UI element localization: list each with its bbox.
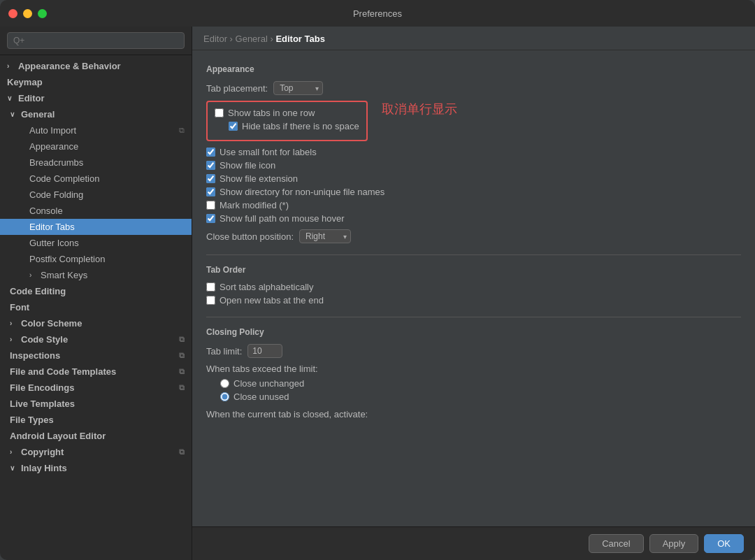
sidebar-item-label: Breadcrumbs xyxy=(29,157,83,168)
sidebar-item-code-completion[interactable]: Code Completion xyxy=(0,171,192,187)
window-controls xyxy=(8,9,47,18)
new-end-row: Open new tabs at the end xyxy=(206,295,741,306)
file-extension-checkbox[interactable] xyxy=(206,174,215,183)
full-path-row: Show full path on mouse hover xyxy=(206,213,741,224)
sidebar-item-label: Code Editing xyxy=(10,286,66,296)
sidebar-item-appearance-behavior[interactable]: › Appearance & Behavior xyxy=(0,58,192,74)
directory-checkbox[interactable] xyxy=(206,187,215,196)
file-icon-checkbox[interactable] xyxy=(206,161,215,170)
sidebar-item-label: Copyright xyxy=(21,447,64,457)
sidebar-nav: › Appearance & Behavior Keymap ∨ Editor … xyxy=(0,55,192,560)
sidebar-item-label: Editor xyxy=(18,93,45,103)
sidebar-item-keymap[interactable]: Keymap xyxy=(0,74,192,90)
file-icon-row: Show file icon xyxy=(206,160,741,171)
tab-limit-row: Tab limit: xyxy=(206,344,741,358)
small-font-label[interactable]: Use small font for labels xyxy=(220,147,317,157)
hide-tabs-label[interactable]: Hide tabs if there is no space xyxy=(242,121,359,131)
close-unused-radio[interactable] xyxy=(220,392,229,401)
chevron-right-icon: › xyxy=(29,271,38,279)
panel-content: Appearance Tab placement: Top Bottom Lef… xyxy=(192,50,755,526)
new-end-checkbox[interactable] xyxy=(206,296,215,305)
show-tabs-one-row-checkbox[interactable] xyxy=(215,108,224,117)
sidebar-item-live-templates[interactable]: Live Templates xyxy=(0,396,192,412)
sidebar-item-font[interactable]: Font xyxy=(0,299,192,315)
mark-modified-label[interactable]: Mark modified (*) xyxy=(220,200,289,210)
full-path-checkbox[interactable] xyxy=(206,214,215,223)
sidebar-item-label: Inlay Hints xyxy=(21,463,67,473)
sidebar-item-code-editing[interactable]: Code Editing xyxy=(0,283,192,299)
window-title: Preferences xyxy=(353,8,402,19)
close-button[interactable] xyxy=(8,9,17,18)
directory-label[interactable]: Show directory for non-unique file names xyxy=(220,187,384,197)
cancel-button[interactable]: Cancel xyxy=(589,534,643,553)
sidebar-item-code-style[interactable]: › Code Style ⧉ xyxy=(0,331,192,347)
sidebar-item-editor[interactable]: ∨ Editor xyxy=(0,90,192,106)
appearance-section-title: Appearance xyxy=(206,64,741,74)
sidebar-item-file-code-templates[interactable]: File and Code Templates ⧉ xyxy=(0,364,192,380)
show-tabs-one-row-label[interactable]: Show tabs in one row xyxy=(228,108,315,118)
appearance-section: Appearance Tab placement: Top Bottom Lef… xyxy=(206,64,741,243)
close-button-label: Close button position: xyxy=(206,231,294,242)
sidebar-item-label: Smart Keys xyxy=(41,270,87,280)
sidebar-item-label: File Types xyxy=(10,415,54,425)
small-font-checkbox[interactable] xyxy=(206,148,215,157)
tab-limit-input[interactable] xyxy=(247,344,282,358)
sidebar-item-file-types[interactable]: File Types xyxy=(0,412,192,428)
copy-icon: ⧉ xyxy=(179,367,185,376)
new-end-label[interactable]: Open new tabs at the end xyxy=(220,295,324,306)
close-unchanged-label[interactable]: Close unchanged xyxy=(233,378,304,389)
sidebar-item-code-folding[interactable]: Code Folding xyxy=(0,187,192,203)
sidebar-item-general[interactable]: ∨ General xyxy=(0,106,192,122)
sidebar-item-gutter-icons[interactable]: Gutter Icons xyxy=(0,235,192,251)
when-closed-label: When the current tab is closed, activate… xyxy=(206,409,368,419)
sidebar-item-android-layout-editor[interactable]: Android Layout Editor xyxy=(0,428,192,444)
close-unused-row: Close unused xyxy=(206,392,741,402)
sidebar-item-label: Live Templates xyxy=(10,399,75,409)
close-button-dropdown[interactable]: Right Left Inactive xyxy=(299,229,351,243)
chevron-right-icon: › xyxy=(10,336,18,343)
full-path-label[interactable]: Show full path on mouse hover xyxy=(220,213,345,224)
search-input[interactable] xyxy=(7,32,185,49)
sort-alpha-label[interactable]: Sort tabs alphabetically xyxy=(220,282,313,292)
sidebar-item-editor-tabs[interactable]: Editor Tabs xyxy=(0,219,192,235)
hide-tabs-checkbox[interactable] xyxy=(229,122,238,131)
sidebar-item-inspections[interactable]: Inspections ⧉ xyxy=(0,347,192,364)
highlight-area: Show tabs in one row Hide tabs if there … xyxy=(206,101,741,147)
sidebar-item-breadcrumbs[interactable]: Breadcrumbs xyxy=(0,155,192,171)
show-tabs-one-row-row: Show tabs in one row xyxy=(215,108,359,118)
tab-order-section: Tab Order Sort tabs alphabetically Open … xyxy=(206,265,741,306)
sort-alpha-checkbox[interactable] xyxy=(206,282,215,292)
preferences-window: Preferences › Appearance & Behavior Keym… xyxy=(0,0,755,560)
sidebar-item-inlay-hints[interactable]: ∨ Inlay Hints xyxy=(0,460,192,476)
sidebar-item-smart-keys[interactable]: › Smart Keys xyxy=(0,267,192,283)
close-button-dropdown-wrapper: Right Left Inactive ▾ xyxy=(299,229,351,243)
sidebar-item-label: Appearance xyxy=(29,141,78,152)
tab-placement-dropdown[interactable]: Top Bottom Left Right None xyxy=(273,81,323,95)
maximize-button[interactable] xyxy=(38,9,47,18)
close-unchanged-radio[interactable] xyxy=(220,379,229,388)
sidebar-item-color-scheme[interactable]: › Color Scheme xyxy=(0,315,192,331)
breadcrumb-sep1: › xyxy=(230,34,236,44)
apply-button[interactable]: Apply xyxy=(649,534,699,553)
main-content: › Appearance & Behavior Keymap ∨ Editor … xyxy=(0,27,755,560)
sidebar-item-label: Android Layout Editor xyxy=(10,431,106,441)
file-extension-label[interactable]: Show file extension xyxy=(220,173,298,184)
chevron-down-icon: ∨ xyxy=(10,110,18,118)
sidebar-item-file-encodings[interactable]: File Encodings ⧉ xyxy=(0,380,192,396)
close-unused-label[interactable]: Close unused xyxy=(233,392,289,402)
sidebar-item-console[interactable]: Console xyxy=(0,203,192,219)
chevron-right-icon: › xyxy=(7,62,15,70)
sidebar-item-copyright[interactable]: › Copyright ⧉ xyxy=(0,444,192,460)
sidebar-item-postfix-completion[interactable]: Postfix Completion xyxy=(0,251,192,267)
chevron-right-icon: › xyxy=(10,320,18,327)
sidebar-item-label: Code Style xyxy=(21,334,68,345)
sidebar-item-label: Code Folding xyxy=(29,189,83,200)
sidebar-item-appearance[interactable]: Appearance xyxy=(0,138,192,155)
copy-icon: ⧉ xyxy=(179,126,185,135)
mark-modified-checkbox[interactable] xyxy=(206,201,215,210)
sidebar-item-label: Keymap xyxy=(7,77,43,87)
minimize-button[interactable] xyxy=(23,9,32,18)
ok-button[interactable]: OK xyxy=(704,534,744,553)
sidebar-item-auto-import[interactable]: Auto Import ⧉ xyxy=(0,122,192,138)
file-icon-label[interactable]: Show file icon xyxy=(220,160,275,171)
